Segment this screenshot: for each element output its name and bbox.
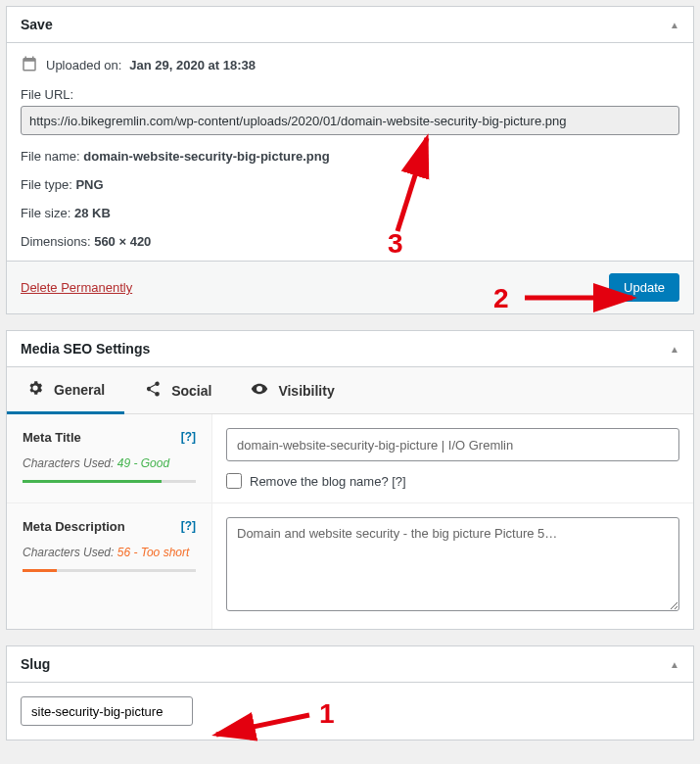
save-panel-header[interactable]: Save ▲ <box>7 7 693 43</box>
collapse-icon[interactable]: ▲ <box>670 659 679 670</box>
uploaded-value: Jan 29, 2020 at 18:38 <box>129 58 256 72</box>
seo-panel-title: Media SEO Settings <box>21 341 150 357</box>
meta-desc-textarea[interactable] <box>226 517 679 611</box>
slug-input[interactable] <box>21 696 193 726</box>
meta-desc-help[interactable]: [?] <box>181 519 196 534</box>
meta-title-chars-label: Characters Used: <box>23 456 117 470</box>
meta-desc-bar <box>23 569 57 572</box>
meta-desc-chars-label: Characters Used: <box>23 546 117 559</box>
remove-blog-row[interactable]: Remove the blog name? [?] <box>226 473 679 489</box>
meta-title-chars-value: 49 - Good <box>117 456 169 470</box>
dimensions-value: 560 × 420 <box>94 234 151 249</box>
share-icon <box>144 380 162 401</box>
file-url-label: File URL: <box>21 87 679 102</box>
meta-desc-chars-value: 56 - Too short <box>117 546 190 559</box>
meta-title-help[interactable]: [?] <box>181 430 196 445</box>
collapse-icon[interactable]: ▲ <box>670 344 679 355</box>
tab-visibility-label: Visibility <box>278 383 334 399</box>
update-button[interactable]: Update <box>609 273 679 302</box>
delete-permanently-link[interactable]: Delete Permanently <box>21 280 132 295</box>
remove-blog-label: Remove the blog name? [?] <box>250 474 406 489</box>
slug-panel-title: Slug <box>21 656 50 672</box>
tab-general[interactable]: General <box>7 367 124 414</box>
slug-panel: Slug ▲ <box>6 645 694 740</box>
meta-title-input[interactable] <box>226 428 679 461</box>
tab-social[interactable]: Social <box>124 367 231 413</box>
eye-icon <box>251 380 268 401</box>
file-size-label: File size: <box>21 206 70 220</box>
uploaded-label: Uploaded on: <box>46 58 121 72</box>
dimensions-label: Dimensions: <box>21 234 91 249</box>
seo-panel-header[interactable]: Media SEO Settings ▲ <box>7 331 693 367</box>
file-url-input[interactable] <box>21 106 679 135</box>
file-type-label: File type: <box>21 177 72 192</box>
file-size-value: 28 KB <box>74 206 111 220</box>
gear-icon <box>26 379 44 400</box>
collapse-icon[interactable]: ▲ <box>670 20 679 30</box>
tab-visibility[interactable]: Visibility <box>231 367 353 413</box>
seo-settings-panel: Media SEO Settings ▲ General Social Visi… <box>6 330 694 630</box>
save-panel-title: Save <box>21 17 53 32</box>
file-name-value: domain-website-security-big-picture.png <box>83 149 329 164</box>
remove-blog-checkbox[interactable] <box>226 473 242 489</box>
file-type-value: PNG <box>75 177 103 192</box>
tab-general-label: General <box>54 382 105 398</box>
meta-desc-label: Meta Description <box>23 519 125 534</box>
file-name-label: File name: <box>21 149 80 164</box>
meta-title-bar <box>23 480 162 483</box>
calendar-icon <box>21 55 38 75</box>
meta-title-label: Meta Title <box>23 430 81 445</box>
tab-social-label: Social <box>171 383 211 399</box>
save-panel: Save ▲ Uploaded on: Jan 29, 2020 at 18:3… <box>6 6 694 314</box>
slug-panel-header[interactable]: Slug ▲ <box>7 646 693 683</box>
